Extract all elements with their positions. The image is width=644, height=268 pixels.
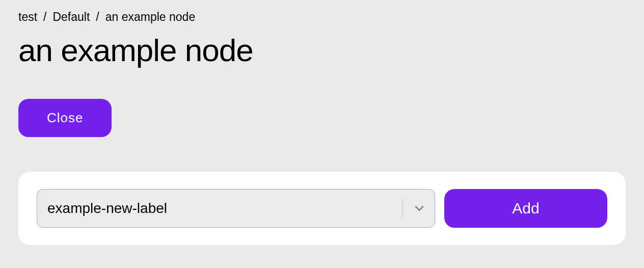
combobox-divider [403,198,403,219]
breadcrumb-separator: / [43,10,46,24]
breadcrumb-item-test[interactable]: test [18,10,37,24]
label-input[interactable] [47,200,398,217]
label-combobox[interactable] [37,189,435,228]
close-button[interactable]: Close [18,99,112,137]
page-title: an example node [18,32,626,68]
breadcrumb-separator: / [96,10,99,24]
breadcrumb-item-default[interactable]: Default [52,10,90,24]
add-button[interactable]: Add [444,189,607,228]
label-card: Add [18,172,626,245]
chevron-down-icon[interactable] [410,199,428,218]
breadcrumb: test / Default / an example node [18,10,626,24]
breadcrumb-item-current[interactable]: an example node [105,10,195,24]
